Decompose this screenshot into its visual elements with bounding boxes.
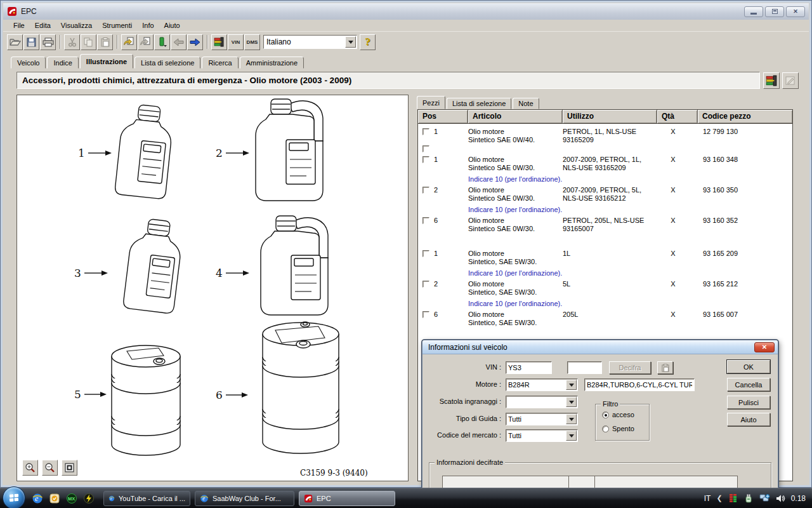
tab-amministrazione[interactable]: Amministrazione — [240, 57, 304, 69]
motore-dropdown-button[interactable] — [566, 380, 577, 390]
volume-icon[interactable] — [776, 494, 785, 503]
clock[interactable]: 0.18 — [791, 494, 806, 503]
svg-text:3: 3 — [74, 267, 81, 279]
power-plug-icon[interactable] — [743, 493, 754, 504]
open-button[interactable] — [7, 34, 23, 50]
help-button[interactable]: ? — [360, 34, 376, 50]
language-indicator[interactable]: IT — [704, 494, 711, 503]
import-page-button[interactable] — [121, 34, 137, 50]
mx-app-icon[interactable]: MX — [66, 493, 77, 504]
show-hidden-icons-chevron[interactable]: ❮ — [716, 494, 722, 502]
zoom-fit-button[interactable] — [62, 460, 77, 476]
row-checkbox[interactable] — [422, 281, 429, 288]
menu-info[interactable]: Info — [137, 20, 159, 30]
menu-aiuto[interactable]: Aiuto — [159, 20, 185, 30]
save-button[interactable] — [23, 34, 39, 50]
tipo-guida-select[interactable]: Tutti — [506, 413, 578, 425]
table-row[interactable]: 2 Olio motoreSintetico, SAE 5W/30.Indica… — [418, 280, 792, 308]
dialog-close-button[interactable]: ✕ — [754, 342, 775, 352]
exit-section-button[interactable] — [763, 72, 780, 89]
language-dropdown-button[interactable] — [345, 36, 356, 48]
filtro-acceso-radio[interactable]: acceso — [602, 411, 634, 418]
table-row[interactable]: 2 Olio motoreSintetico SAE 0W/30.Indicar… — [418, 186, 792, 214]
table-row[interactable]: 1 Olio motoreSintetico SAE 0W/40. PETROL… — [418, 128, 792, 144]
minimize-button[interactable] — [744, 6, 763, 17]
row-checkbox[interactable] — [422, 311, 429, 318]
taskbar-button-epc[interactable]: EPC — [299, 491, 395, 506]
mercato-dropdown-button[interactable] — [566, 431, 577, 441]
export-page-button[interactable] — [138, 34, 154, 50]
motore-desc-input[interactable] — [584, 378, 695, 391]
scatola-dropdown-button[interactable] — [566, 397, 577, 407]
col-pos[interactable]: Pos — [418, 110, 468, 123]
close-button[interactable]: ✕ — [786, 6, 805, 17]
aiuto-button[interactable]: Aiuto — [727, 413, 770, 426]
exit-door-icon — [214, 37, 225, 47]
table-row[interactable]: 6 Olio motoreSintetico SAE 0W/30. PETROL… — [418, 217, 792, 233]
row-checkbox[interactable] — [422, 250, 429, 257]
vin-button[interactable]: VIN — [228, 34, 244, 50]
forward-button[interactable] — [187, 34, 203, 50]
row-checkbox[interactable] — [422, 217, 429, 224]
tab-veicolo[interactable]: Veicolo — [11, 57, 46, 69]
exit-catalog-button[interactable] — [211, 34, 227, 50]
scatola-select[interactable] — [506, 396, 578, 408]
print-button[interactable] — [40, 34, 56, 50]
taskbar-button-youtube[interactable]: e YouTube - Carica il ... — [103, 491, 190, 506]
paste-button — [97, 34, 113, 50]
zoom-out-button[interactable] — [42, 460, 58, 476]
ok-button[interactable]: OK — [727, 360, 770, 373]
table-row[interactable]: 1 Olio motoreSintetico SAE 0W/30.Indicar… — [418, 156, 792, 184]
paste-clipboard-icon — [662, 364, 669, 372]
col-utilizzo[interactable]: Utilizzo — [563, 110, 657, 123]
svg-text:6: 6 — [216, 389, 223, 401]
row-checkbox[interactable] — [422, 145, 429, 152]
cancella-button[interactable]: Cancella — [727, 378, 770, 391]
tab-illustrazione[interactable]: Illustrazione — [80, 54, 133, 69]
row-checkbox[interactable] — [422, 128, 429, 135]
mercato-select[interactable]: Tutti — [506, 429, 578, 442]
language-select[interactable]: Italiano — [263, 35, 357, 49]
menu-file[interactable]: File — [8, 20, 30, 30]
filtro-spento-radio[interactable]: Spento — [602, 425, 634, 432]
lightning-app-icon[interactable] — [83, 493, 95, 504]
col-codice[interactable]: Codice pezzo — [698, 110, 792, 123]
col-qta[interactable]: Qtà — [657, 110, 698, 123]
chevron-down-icon — [569, 418, 574, 421]
back-button — [171, 34, 187, 50]
saab-logo-icon — [304, 494, 313, 503]
menu-edita[interactable]: Edita — [30, 20, 56, 30]
tab-note[interactable]: Note — [513, 98, 539, 109]
table-row-empty[interactable] — [418, 145, 792, 156]
bookmark-dropdown-button[interactable] — [154, 34, 170, 50]
motore-select[interactable]: B284R — [506, 378, 578, 391]
zoom-in-button[interactable] — [22, 460, 38, 476]
oil-products-illustration: 1 2 — [17, 95, 408, 464]
network-icon[interactable] — [759, 493, 770, 503]
table-row[interactable]: 6 Olio motoreSintetico, SAE 5W/30. 205L … — [418, 311, 792, 327]
svg-text:MX: MX — [68, 496, 75, 502]
table-row[interactable]: 1 Olio motoreSintetico, SAE 5W/30.Indica… — [418, 250, 792, 277]
row-checkbox[interactable] — [422, 156, 429, 163]
tab-lista-di-selezione[interactable]: Lista di selezione — [134, 57, 200, 69]
col-articolo[interactable]: Articolo — [468, 110, 563, 123]
menu-visualizza[interactable]: Visualizza — [56, 20, 97, 30]
row-checkbox[interactable] — [422, 187, 429, 194]
tab-lista-selezione[interactable]: Lista di selezione — [447, 98, 511, 109]
vin-serial-input[interactable] — [567, 361, 602, 374]
tab-indice[interactable]: Indice — [47, 57, 78, 69]
vin-input[interactable] — [506, 361, 552, 374]
internet-explorer-icon[interactable]: e — [32, 493, 43, 504]
dms-button[interactable]: DMS — [244, 34, 260, 50]
start-button[interactable] — [3, 486, 25, 508]
tipo-dropdown-button[interactable] — [566, 414, 577, 424]
pulisci-button[interactable]: Pulisci — [727, 396, 770, 409]
radio-selected-icon — [602, 411, 609, 418]
taskbar-button-saabway[interactable]: e SaabWay Club - For... — [195, 491, 294, 506]
security-check-icon[interactable] — [49, 493, 60, 504]
menu-strumenti[interactable]: Strumenti — [97, 20, 137, 30]
tab-ricerca[interactable]: Ricerca — [202, 57, 238, 69]
restore-button[interactable] — [765, 6, 784, 17]
tab-pezzi[interactable]: Pezzi — [417, 96, 445, 109]
connection-meter-icon[interactable] — [728, 493, 738, 503]
